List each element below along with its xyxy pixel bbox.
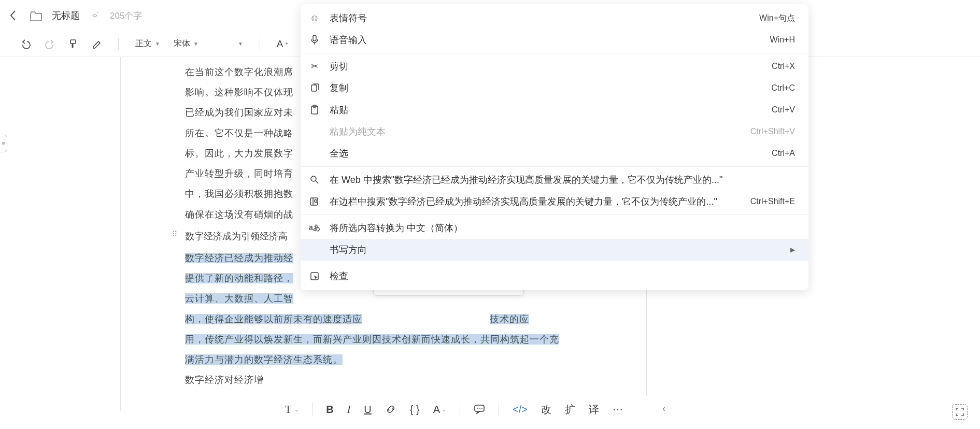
translate-icon: aあ	[309, 223, 320, 233]
left-panel-toggle[interactable]: ≡	[0, 135, 7, 152]
font-family-select[interactable]: 宋体▼	[174, 38, 198, 49]
clipboard-icon	[309, 105, 320, 115]
menu-sidebar-search[interactable]: 在边栏中搜索"数字经济已经成为推动经济实现高质量发展的关键力量，它不仅为传统产业…	[301, 191, 808, 212]
text-format-button[interactable]: T ⌄	[285, 404, 299, 416]
expand-button[interactable]: 扩	[565, 403, 575, 417]
sidebar-search-icon	[309, 197, 320, 206]
word-count: 205个字	[110, 10, 142, 22]
undo-button[interactable]	[21, 39, 31, 49]
svg-rect-3	[313, 35, 316, 41]
file-icon	[30, 10, 42, 21]
more-button[interactable]: ⋯	[613, 403, 623, 416]
back-button[interactable]	[5, 8, 21, 23]
svg-point-0	[97, 12, 98, 13]
menu-web-search[interactable]: 在 Web 中搜索"数字经济已经成为推动经济实现高质量发展的关键力量，它不仅为传…	[301, 169, 808, 191]
font-label: 宋体	[174, 38, 190, 49]
font-size-select[interactable]: ▼	[212, 41, 243, 47]
svg-point-14	[481, 408, 482, 409]
bottom-toolbar: T ⌄ B I U { } A ⌄ </> 改 扩 译 ⋯ ‹	[275, 396, 648, 423]
chevron-right-icon: ▶	[790, 246, 795, 253]
context-menu: ☺ 表情符号 Win+句点 语音输入 Win+H ✂ 剪切 Ctrl+X 复制 …	[301, 4, 808, 290]
menu-paste-plain[interactable]: 粘贴为纯文本 Ctrl+Shift+V	[301, 121, 808, 142]
menu-copy[interactable]: 复制 Ctrl+C	[301, 77, 808, 99]
paragraph: 数字经济对经济增	[185, 370, 582, 390]
format-painter-button[interactable]	[68, 39, 78, 49]
sparkle-icon[interactable]	[89, 10, 101, 21]
svg-point-12	[477, 408, 478, 409]
bold-button[interactable]: B	[326, 404, 333, 416]
code-button[interactable]: </>	[513, 404, 528, 416]
svg-point-13	[479, 408, 480, 409]
inspect-icon	[309, 271, 320, 281]
rewrite-button[interactable]: 改	[541, 403, 551, 417]
menu-inspect[interactable]: 检查	[301, 265, 808, 287]
copy-icon	[309, 83, 320, 93]
doc-title[interactable]: 无标题	[52, 9, 80, 22]
font-color-button[interactable]: A ⌄	[433, 404, 446, 416]
style-label: 正文	[135, 38, 152, 49]
collapse-bar-button[interactable]: ‹	[662, 403, 665, 414]
svg-rect-1	[70, 40, 76, 44]
svg-point-7	[311, 176, 316, 181]
menu-paste[interactable]: 粘贴 Ctrl+V	[301, 99, 808, 121]
font-increase-button[interactable]: A+	[277, 38, 289, 50]
menu-writing-direction[interactable]: 书写方向 ▶	[301, 239, 808, 261]
menu-voice-input[interactable]: 语音输入 Win+H	[301, 29, 808, 51]
menu-cut[interactable]: ✂ 剪切 Ctrl+X	[301, 55, 808, 77]
mic-icon	[309, 35, 320, 45]
menu-emoji[interactable]: ☺ 表情符号 Win+句点	[301, 7, 808, 29]
italic-button[interactable]: I	[347, 404, 351, 416]
svg-rect-4	[311, 85, 317, 91]
menu-translate[interactable]: aあ 将所选内容转换为 中文（简体）	[301, 217, 808, 239]
paragraph-style-select[interactable]: 正文▼	[135, 38, 160, 49]
block-drag-handle[interactable]: ⠿	[172, 230, 176, 238]
redo-button[interactable]	[45, 39, 55, 49]
clear-format-button[interactable]	[91, 39, 102, 49]
menu-select-all[interactable]: 全选 Ctrl+A	[301, 142, 808, 164]
link-button[interactable]	[385, 404, 396, 415]
translate-button[interactable]: 译	[589, 403, 599, 417]
fullscreen-button[interactable]	[952, 404, 968, 420]
smile-icon: ☺	[309, 13, 320, 24]
comment-button[interactable]	[474, 404, 485, 414]
code-block-button[interactable]: { }	[410, 404, 420, 416]
search-icon	[309, 175, 320, 184]
scissors-icon: ✂	[309, 61, 320, 72]
svg-point-9	[315, 200, 317, 203]
underline-button[interactable]: U	[364, 404, 371, 416]
